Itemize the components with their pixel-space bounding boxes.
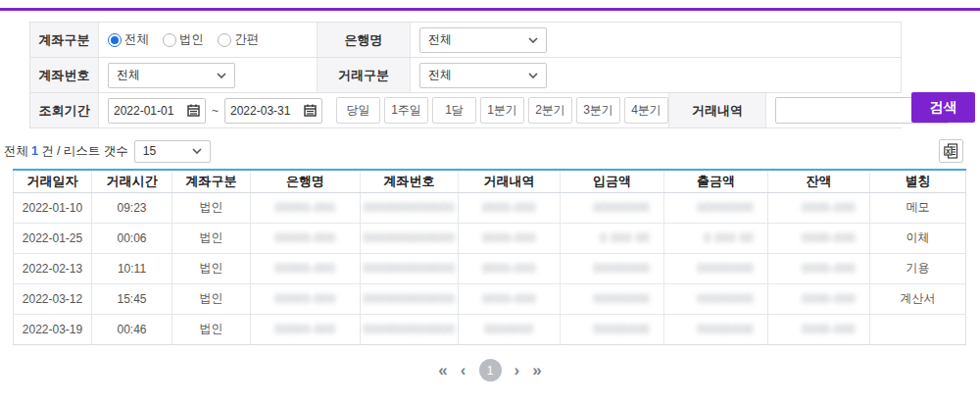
quick-range-button-4분기[interactable]: 4분기 xyxy=(624,97,668,124)
search-button[interactable]: 검색 xyxy=(911,92,975,123)
redacted-value: 0000-000 xyxy=(482,262,536,276)
bank-name-label: 은행명 xyxy=(317,23,411,57)
alias: 기용 xyxy=(870,253,966,283)
redacted-value: 0000000 xyxy=(484,323,533,336)
bank-name-masked: 00000-000 xyxy=(251,192,361,223)
radio-option-전체[interactable]: 전체 xyxy=(108,31,149,48)
account-type: 법인 xyxy=(172,253,251,283)
transaction-desc-masked: 0000-000 xyxy=(459,223,561,253)
filter-panel: 계좌구분 전체법인간편 은행명 전체 계좌번호 전체 거래구분 전체 조회기간 xyxy=(29,22,902,128)
quick-range-button-1주일[interactable]: 1주일 xyxy=(384,97,428,124)
balance-masked: 0000-000 xyxy=(768,283,870,314)
account-number-masked: 0000000000000 xyxy=(361,192,459,223)
radio-icon[interactable] xyxy=(108,33,122,47)
redacted-value: 0000-000 xyxy=(802,323,856,336)
table-row: 2022-01-2500:06법인00000-00000000000000000… xyxy=(14,223,966,253)
period-end-input[interactable]: 2022-03-31 xyxy=(224,98,322,124)
bank-name-select[interactable]: 전체 xyxy=(419,27,547,53)
pagination-first-button[interactable]: « xyxy=(438,362,447,379)
redacted-value: 00000000 xyxy=(698,323,754,336)
transaction-desc-masked: 0000-000 xyxy=(459,283,561,314)
transaction-date: 2022-03-19 xyxy=(14,314,92,344)
alias: 메모 xyxy=(870,192,966,223)
transaction-time: 09:23 xyxy=(92,192,172,223)
quick-range-button-당일[interactable]: 당일 xyxy=(336,97,380,124)
table-header-cell: 계좌번호 xyxy=(361,170,459,192)
table-header-cell: 별칭 xyxy=(870,170,966,192)
transaction-time: 00:46 xyxy=(92,314,172,344)
table-header-cell: 입금액 xyxy=(561,170,664,192)
table-header-cell: 계좌구분 xyxy=(172,170,251,192)
balance-masked: 0000-000 xyxy=(768,223,870,253)
quick-range-button-1달[interactable]: 1달 xyxy=(432,97,476,124)
account-number-select[interactable]: 전체 xyxy=(108,63,235,88)
balance-masked: 0000-000 xyxy=(768,192,870,223)
redacted-value: 0000-000 xyxy=(482,231,536,245)
total-count-prefix: 전체 xyxy=(4,143,28,160)
deposit-amount-masked: 0 000 00 xyxy=(561,223,664,253)
transaction-date: 2022-03-12 xyxy=(14,283,92,314)
table-row: 2022-02-1310:11법인00000-00000000000000000… xyxy=(14,253,966,283)
filter-row-2: 계좌번호 전체 거래구분 전체 xyxy=(30,58,901,93)
account-type: 법인 xyxy=(172,283,251,314)
account-number-select-value: 전체 xyxy=(117,67,140,83)
redacted-value: 0000-000 xyxy=(482,201,536,215)
quick-range-button-3분기[interactable]: 3분기 xyxy=(576,97,620,124)
deposit-amount-masked: 00000000 xyxy=(561,192,664,223)
pagination-current-page[interactable]: 1 xyxy=(479,359,502,381)
deposit-amount-masked: 00000000 xyxy=(561,314,664,344)
pagination: « ‹ 1 › » xyxy=(0,359,980,381)
redacted-value: 00000000 xyxy=(594,323,650,336)
redacted-value: 0000000000000 xyxy=(364,231,455,245)
quick-range-button-2분기[interactable]: 2분기 xyxy=(528,97,572,124)
radio-label: 법인 xyxy=(179,31,204,48)
transaction-date: 2022-01-25 xyxy=(14,223,92,253)
pagination-last-button[interactable]: » xyxy=(532,362,541,379)
account-number-masked: 0000000000000 xyxy=(361,223,459,253)
redacted-value: 0000000000000 xyxy=(364,292,455,306)
redacted-value: 00000-000 xyxy=(275,201,336,215)
transaction-desc-masked: 0000-000 xyxy=(459,192,561,223)
calendar-icon[interactable] xyxy=(187,104,200,117)
redacted-value: 0000000000000 xyxy=(364,201,455,215)
filter-row-3: 조회기간 2022-01-01 ~ 2022-03-31 당일1주일1달1분기2… xyxy=(30,93,901,128)
radio-label: 전체 xyxy=(124,31,149,48)
redacted-value: 0000-000 xyxy=(802,292,856,306)
transaction-desc-masked: 0000-000 xyxy=(459,253,561,283)
period-field: 2022-01-01 ~ 2022-03-31 당일1주일1달1분기2분기3분기… xyxy=(99,93,668,127)
account-type: 법인 xyxy=(172,223,251,253)
calendar-icon[interactable] xyxy=(304,104,317,117)
chevron-down-icon xyxy=(528,37,538,43)
withdraw-amount-masked: 00000000 xyxy=(664,314,768,344)
pagination-prev-button[interactable]: ‹ xyxy=(461,362,466,379)
page-size-select[interactable]: 15 xyxy=(134,140,211,163)
list-bar: 전체 1 건 / 리스트 갯수 15 X xyxy=(4,139,976,163)
table-header-cell: 거래일자 xyxy=(14,170,92,192)
radio-icon[interactable] xyxy=(163,33,176,47)
table-header-cell: 거래시간 xyxy=(92,170,172,192)
transaction-desc-label: 거래내역 xyxy=(668,93,766,127)
redacted-value: 0000000000000 xyxy=(364,262,455,276)
period-start-value: 2022-01-01 xyxy=(114,104,173,118)
withdraw-amount-masked: 0 000 00 xyxy=(664,223,768,253)
redacted-value: 00000-000 xyxy=(275,231,336,245)
transaction-type-select[interactable]: 전체 xyxy=(419,63,547,88)
radio-option-간편[interactable]: 간편 xyxy=(218,31,259,48)
period-start-input[interactable]: 2022-01-01 xyxy=(108,98,206,124)
quick-range-button-1분기[interactable]: 1분기 xyxy=(480,97,524,124)
pagination-next-button[interactable]: › xyxy=(514,362,520,379)
radio-icon[interactable] xyxy=(218,33,231,47)
account-type-label: 계좌구분 xyxy=(30,23,99,57)
results-header-row: 거래일자거래시간계좌구분은행명계좌번호거래내역입금액출금액잔액별칭 xyxy=(14,170,966,192)
balance-masked: 0000-000 xyxy=(768,253,870,283)
transaction-date: 2022-02-13 xyxy=(14,253,92,283)
bank-name-masked: 00000-000 xyxy=(251,223,361,253)
radio-label: 간편 xyxy=(234,31,259,48)
table-row: 2022-03-1900:46법인00000-00000000000000000… xyxy=(14,314,966,344)
radio-option-법인[interactable]: 법인 xyxy=(163,31,204,48)
redacted-value: 00000000 xyxy=(698,292,754,306)
excel-export-button[interactable]: X xyxy=(939,139,963,163)
redacted-value: 0000-000 xyxy=(802,262,856,276)
bank-name-select-value: 전체 xyxy=(428,31,452,48)
transaction-type-select-value: 전체 xyxy=(428,67,452,83)
